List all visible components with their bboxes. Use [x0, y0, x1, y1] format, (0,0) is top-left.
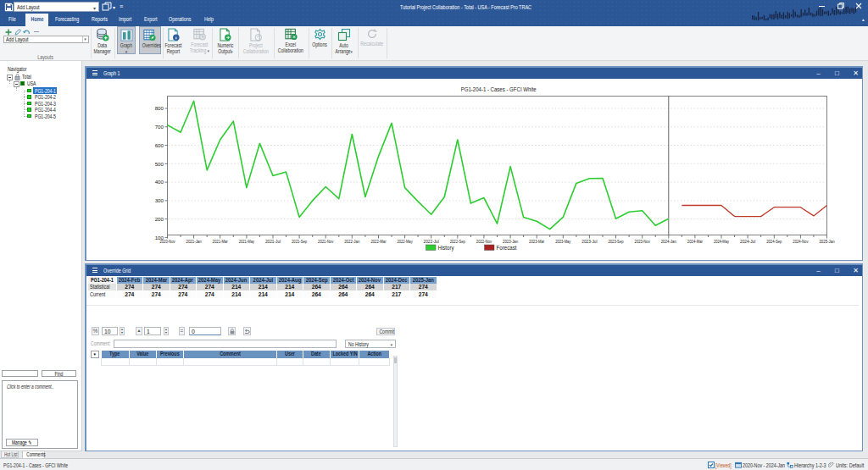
svg-text:2025-Jan: 2025-Jan	[819, 239, 834, 244]
svg-text:2023-May: 2023-May	[555, 239, 570, 244]
svg-text:500: 500	[154, 160, 164, 166]
svg-text:400: 400	[154, 179, 164, 185]
svg-text:800: 800	[154, 105, 164, 111]
svg-text:200: 200	[154, 215, 164, 221]
svg-text:2023-Nov: 2023-Nov	[634, 239, 649, 244]
svg-text:2023-Mar: 2023-Mar	[529, 239, 544, 244]
svg-text:2024-Jul: 2024-Jul	[740, 239, 755, 244]
svg-text:2022-May: 2022-May	[397, 239, 412, 244]
svg-text:2024-Nov: 2024-Nov	[793, 239, 808, 244]
svg-text:2022-Mar: 2022-Mar	[370, 239, 386, 244]
svg-text:2023-Sep: 2023-Sep	[608, 239, 623, 244]
svg-text:2022-Jul: 2022-Jul	[423, 239, 438, 244]
svg-text:2023-Jan: 2023-Jan	[503, 239, 518, 244]
svg-text:2021-May: 2021-May	[238, 239, 253, 244]
svg-text:2022-Sep: 2022-Sep	[449, 239, 465, 244]
svg-text:2021-Sep: 2021-Sep	[292, 239, 307, 244]
svg-text:Forecast: Forecast	[496, 245, 516, 251]
svg-text:2024-Mar: 2024-Mar	[687, 239, 702, 244]
svg-text:2022-Jan: 2022-Jan	[344, 239, 359, 244]
svg-text:PG1-204-1 - Cases - GFCI White: PG1-204-1 - Cases - GFCI White	[460, 86, 536, 91]
svg-text:2021-Jul: 2021-Jul	[264, 239, 280, 244]
svg-text:2021-Nov: 2021-Nov	[318, 239, 333, 244]
svg-text:History: History	[437, 245, 453, 252]
svg-text:300: 300	[154, 197, 164, 203]
svg-text:700: 700	[154, 124, 164, 130]
svg-text:2020-Nov: 2020-Nov	[159, 239, 175, 244]
svg-text:2022-Nov: 2022-Nov	[476, 239, 491, 244]
svg-text:600: 600	[154, 141, 164, 147]
svg-text:2024-May: 2024-May	[713, 239, 728, 244]
svg-text:2023-Jul: 2023-Jul	[581, 239, 597, 244]
svg-text:2021-Jan: 2021-Jan	[186, 239, 201, 244]
svg-text:2024-Jan: 2024-Jan	[660, 239, 676, 244]
svg-text:2024-Sep: 2024-Sep	[766, 239, 782, 244]
svg-text:2021-Mar: 2021-Mar	[212, 239, 227, 244]
